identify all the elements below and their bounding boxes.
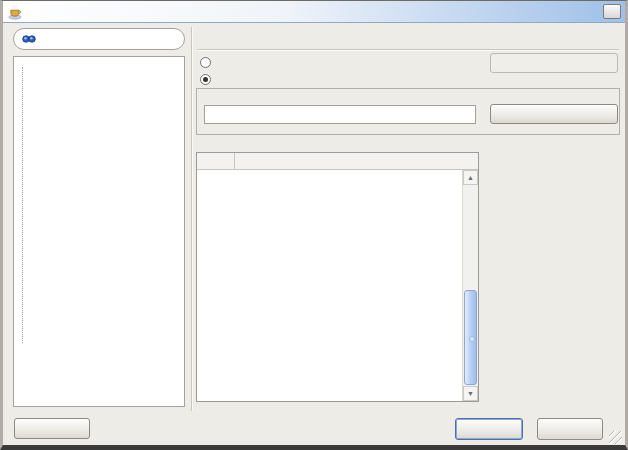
- table-header: [197, 153, 478, 170]
- binoculars-search-icon: [22, 33, 36, 45]
- radio-icon-unselected[interactable]: [200, 57, 211, 68]
- project-properties-dialog: ▲ ▼: [0, 0, 628, 450]
- sidebar-tree: [13, 56, 185, 407]
- help-button[interactable]: [14, 418, 90, 439]
- resize-grip[interactable]: [609, 431, 622, 444]
- radio-use-project-settings[interactable]: [200, 72, 216, 86]
- classpath-table: ▲ ▼: [196, 152, 479, 402]
- scroll-up-icon[interactable]: ▲: [463, 170, 478, 185]
- vertical-scrollbar[interactable]: ▲ ▼: [462, 170, 478, 401]
- customize-settings-button[interactable]: [490, 53, 618, 73]
- table-body: [197, 170, 462, 401]
- jdeveloper-coffee-cup-icon: [7, 4, 23, 20]
- panel-divider: [191, 27, 193, 411]
- cancel-button[interactable]: [537, 418, 603, 440]
- change-button[interactable]: [490, 104, 618, 124]
- search-input[interactable]: [13, 28, 185, 50]
- radio-use-custom-settings[interactable]: [200, 55, 216, 69]
- column-header-export[interactable]: [197, 153, 235, 169]
- titlebar[interactable]: [3, 1, 625, 23]
- ok-button[interactable]: [455, 418, 523, 440]
- column-header-description[interactable]: [235, 153, 241, 169]
- close-icon[interactable]: [603, 4, 621, 19]
- scrollbar-thumb[interactable]: [464, 290, 477, 385]
- heading-separator: [197, 49, 619, 51]
- scroll-down-icon[interactable]: ▼: [463, 386, 478, 401]
- radio-icon-selected[interactable]: [200, 74, 211, 85]
- java-se-version-field[interactable]: [204, 105, 476, 124]
